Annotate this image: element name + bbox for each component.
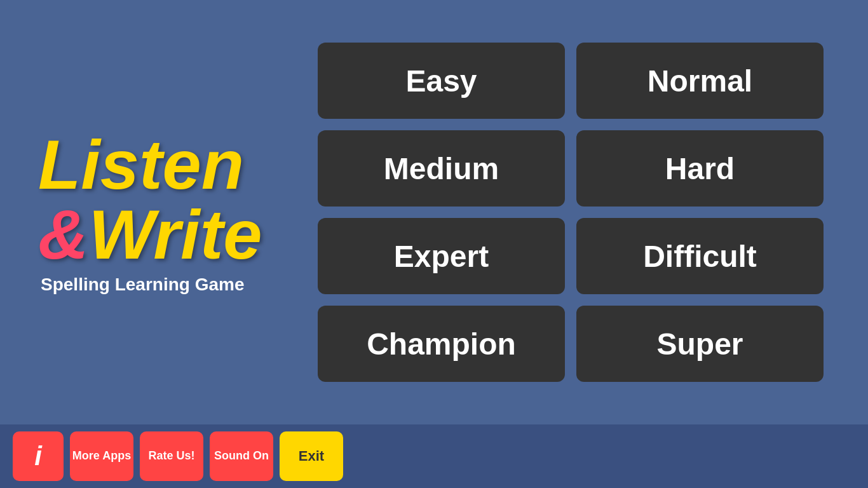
title-write: Write [88, 200, 262, 269]
hard-button[interactable]: Hard [576, 130, 824, 207]
title-listen: Listen [38, 130, 244, 200]
expert-button[interactable]: Expert [318, 218, 565, 294]
normal-button[interactable]: Normal [576, 43, 824, 119]
medium-button[interactable]: Medium [318, 130, 565, 207]
bottom-bar: i More Apps Rate Us! Sound On Exit [0, 424, 868, 488]
title-section: Listen & Write Spelling Learning Game [25, 130, 292, 295]
difficulty-grid: Easy Normal Medium Hard Expert Difficult… [292, 36, 843, 388]
difficult-button[interactable]: Difficult [576, 218, 824, 294]
info-button[interactable]: i [13, 431, 64, 481]
title-ampersand: & [38, 200, 88, 269]
sound-button[interactable]: Sound On [210, 431, 273, 481]
champion-button[interactable]: Champion [318, 306, 565, 382]
subtitle: Spelling Learning Game [41, 274, 245, 295]
rate-us-button[interactable]: Rate Us! [140, 431, 203, 481]
main-area: Listen & Write Spelling Learning Game Ea… [0, 0, 868, 424]
easy-button[interactable]: Easy [318, 43, 565, 119]
title-row2: & Write [38, 200, 262, 269]
more-apps-button[interactable]: More Apps [70, 431, 133, 481]
exit-button[interactable]: Exit [280, 431, 343, 481]
super-button[interactable]: Super [576, 306, 824, 382]
